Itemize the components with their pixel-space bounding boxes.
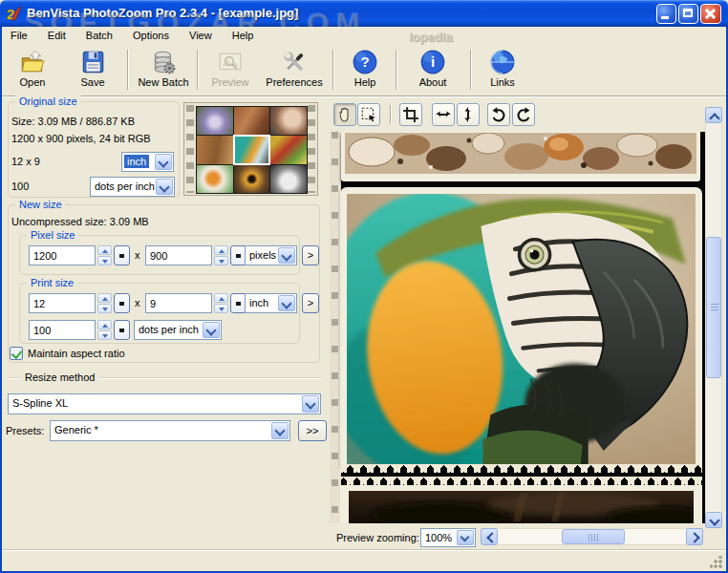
new-size-caption: New size [15, 199, 66, 210]
thumbnail-owl-eye[interactable] [234, 165, 270, 193]
title-bar[interactable]: 2 BenVista PhotoZoom Pro 2.3.4 - [exampl… [0, 0, 728, 27]
marquee-tool-button[interactable] [357, 103, 380, 126]
print-height-stepper[interactable] [214, 293, 228, 313]
print-dpi-unit-combo[interactable]: dots per inch [134, 320, 222, 340]
toolbar-separator [396, 50, 396, 90]
menu-help[interactable]: Help [224, 27, 263, 43]
chevron-down-icon[interactable] [278, 247, 295, 264]
thumbnail-filmstrip [183, 102, 318, 196]
horizontal-scroll-thumb[interactable] [562, 529, 625, 544]
thumbnail-butterfly[interactable] [197, 165, 233, 193]
pixel-width-input[interactable] [29, 245, 96, 265]
pixel-width-lock-button[interactable] [114, 245, 130, 265]
close-button[interactable] [700, 4, 721, 24]
original-unit-combo[interactable]: inch [121, 152, 174, 172]
original-dpi-combo[interactable]: dots per inch [90, 177, 175, 197]
pixel-height-input[interactable] [145, 245, 212, 265]
times-label: x [135, 297, 140, 308]
thumbnail-rocks[interactable] [197, 136, 233, 163]
pixel-height-stepper[interactable] [214, 245, 228, 265]
pixel-width-stepper[interactable] [97, 245, 112, 265]
scroll-left-button[interactable] [481, 528, 498, 545]
chevron-down-icon[interactable] [278, 295, 295, 311]
resize-method-combo[interactable]: S-Spline XL [8, 393, 321, 414]
pixel-expand-button[interactable]: > [302, 245, 319, 265]
pixel-size-caption: Pixel size [27, 229, 78, 241]
about-button[interactable]: i About [407, 48, 459, 92]
preferences-icon [281, 49, 308, 75]
hand-icon [336, 106, 353, 123]
preview-icon [217, 49, 244, 75]
scroll-down-button[interactable] [705, 512, 722, 528]
shells-image [345, 133, 696, 174]
open-label: Open [10, 76, 55, 88]
print-width-input[interactable] [29, 293, 96, 313]
presets-combo[interactable]: Generic * [50, 420, 290, 441]
preview-zoom-combo[interactable]: 100% [420, 528, 476, 547]
links-button[interactable]: Links [479, 48, 526, 92]
rotate-left-icon [490, 106, 507, 123]
original-size-pixels: 1200 x 900 pixels, 24 bit RGB [11, 133, 151, 144]
pixel-unit-combo[interactable]: pixels [245, 245, 297, 265]
presets-more-button[interactable]: >> [298, 420, 327, 441]
chevron-down-icon[interactable] [457, 530, 474, 545]
menu-file[interactable]: File [2, 27, 36, 43]
flip-vertical-button[interactable] [457, 103, 480, 126]
print-dpi-input[interactable] [29, 320, 96, 340]
uncompressed-size: Uncompressed size: 3.09 MB [11, 216, 149, 227]
minimize-button[interactable] [656, 4, 676, 24]
rotate-right-button[interactable] [512, 103, 535, 126]
thumbnail-food[interactable] [234, 107, 270, 135]
print-dpi-stepper[interactable] [97, 320, 112, 340]
new-batch-button[interactable]: New Batch [134, 48, 193, 92]
save-button[interactable]: Save [70, 48, 116, 92]
help-button[interactable]: ? Help [342, 48, 388, 92]
preview-viewport[interactable] [330, 132, 705, 523]
resize-grip[interactable] [710, 556, 722, 568]
maximize-button[interactable] [678, 4, 698, 24]
chevron-down-icon[interactable] [155, 154, 172, 170]
chevron-down-icon[interactable] [156, 179, 173, 195]
window-border-left [0, 27, 2, 573]
chevron-down-icon[interactable] [302, 395, 319, 413]
print-expand-button[interactable]: > [302, 293, 319, 313]
menu-edit[interactable]: Edit [39, 27, 75, 43]
thumbnail-vegetables[interactable] [270, 136, 307, 163]
open-button[interactable]: Open [10, 48, 55, 92]
print-height-input[interactable] [145, 293, 212, 313]
rotate-right-icon [515, 106, 532, 123]
crop-tool-button[interactable] [399, 103, 422, 126]
original-size-bytes: Size: 3.09 MB / 886.87 KB [11, 116, 135, 127]
rotate-left-button[interactable] [487, 103, 510, 126]
preview-label: Preview [204, 76, 256, 88]
cat-photo [340, 485, 702, 523]
thumbnail-portrait[interactable] [270, 107, 307, 135]
check-icon [11, 348, 23, 359]
menu-options[interactable]: Options [124, 27, 178, 43]
thumbnail-parrot-selected[interactable] [234, 136, 270, 163]
print-dpi-lock-button[interactable] [114, 320, 130, 340]
menu-view[interactable]: View [181, 27, 221, 43]
print-unit-combo[interactable]: inch [245, 293, 297, 313]
chevron-down-icon[interactable] [271, 422, 289, 439]
chevron-down-icon [709, 515, 719, 525]
flip-horizontal-button[interactable] [432, 103, 455, 126]
preferences-button[interactable]: Preferences [261, 48, 328, 92]
vertical-scroll-thumb[interactable] [706, 237, 721, 378]
print-width-lock-button[interactable] [114, 293, 130, 313]
svg-text:i: i [431, 53, 435, 70]
thumbnail-flower[interactable] [197, 107, 233, 135]
menu-bar: File Edit Batch Options View Help [2, 27, 726, 46]
scroll-right-button[interactable] [686, 528, 703, 545]
scroll-up-button[interactable] [705, 107, 722, 123]
menu-batch[interactable]: Batch [77, 27, 121, 43]
thumbnail-dog[interactable] [270, 165, 307, 193]
window-title: BenVista PhotoZoom Pro 2.3.4 - [example.… [27, 6, 298, 20]
hand-tool-button[interactable] [333, 103, 356, 126]
chevron-up-icon [709, 113, 719, 123]
thumbnail-grid [196, 106, 308, 194]
maintain-aspect-ratio-checkbox[interactable] [10, 347, 23, 360]
app-icon: 2 [6, 5, 23, 22]
print-width-stepper[interactable] [97, 293, 112, 313]
chevron-down-icon[interactable] [203, 322, 220, 338]
